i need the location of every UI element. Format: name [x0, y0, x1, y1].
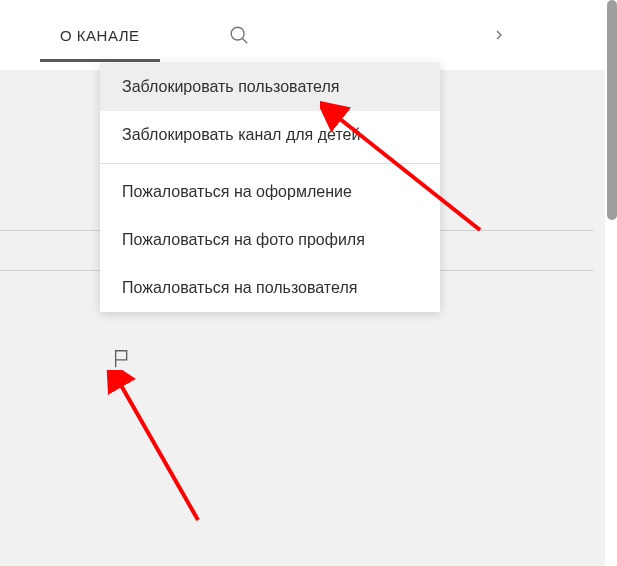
svg-point-0	[231, 27, 244, 40]
flag-icon	[112, 348, 134, 370]
chevron-right-icon	[491, 27, 507, 43]
menu-item-block-for-kids[interactable]: Заблокировать канал для детей	[100, 111, 440, 159]
menu-item-report-user[interactable]: Пожаловаться на пользователя	[100, 264, 440, 312]
scrollbar-thumb[interactable]	[607, 0, 617, 220]
scroll-right-button[interactable]	[491, 0, 507, 70]
tab-bar: О КАНАЛЕ	[0, 0, 617, 70]
menu-item-report-art[interactable]: Пожаловаться на оформление	[100, 168, 440, 216]
menu-item-label: Заблокировать пользователя	[122, 78, 339, 95]
menu-item-block-user[interactable]: Заблокировать пользователя	[100, 63, 440, 111]
tab-about[interactable]: О КАНАЛЕ	[40, 0, 160, 70]
report-dropdown-menu: Заблокировать пользователя Заблокировать…	[100, 63, 440, 312]
svg-line-1	[242, 38, 247, 43]
menu-item-label: Пожаловаться на пользователя	[122, 279, 357, 296]
menu-divider	[100, 163, 440, 164]
search-button[interactable]	[228, 0, 250, 70]
tab-about-label: О КАНАЛЕ	[60, 27, 140, 44]
menu-item-label: Заблокировать канал для детей	[122, 126, 360, 143]
menu-item-report-profile-photo[interactable]: Пожаловаться на фото профиля	[100, 216, 440, 264]
search-icon	[228, 24, 250, 46]
flag-report-button[interactable]	[112, 348, 134, 374]
scrollbar[interactable]	[607, 0, 617, 566]
menu-item-label: Пожаловаться на фото профиля	[122, 231, 365, 248]
menu-item-label: Пожаловаться на оформление	[122, 183, 352, 200]
